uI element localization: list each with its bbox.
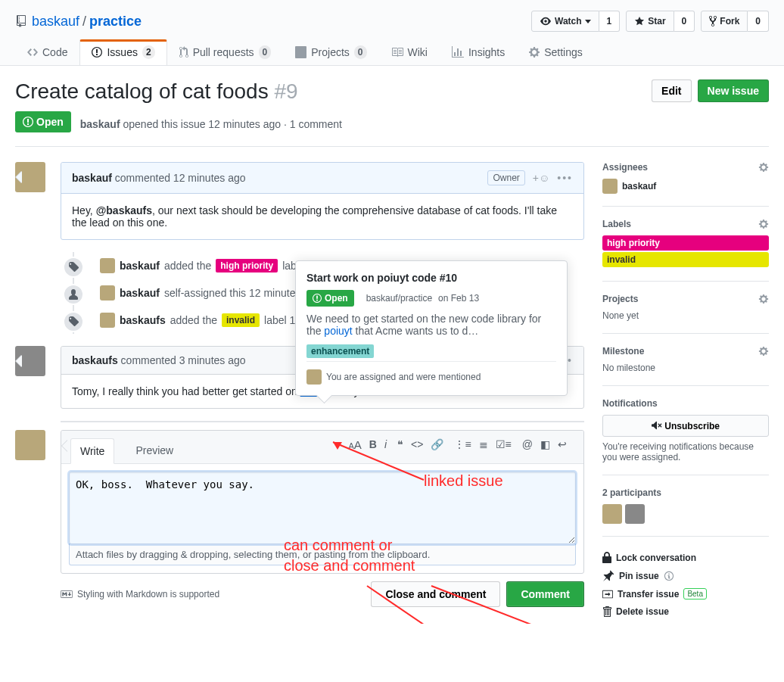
transfer-issue-link[interactable]: Transfer issue Beta (602, 585, 769, 603)
code-icon[interactable]: <> (411, 438, 423, 457)
repo-owner-link[interactable]: baskauf (32, 14, 79, 30)
assignee-user[interactable]: baskauf (602, 179, 769, 194)
tab-pull-requests[interactable]: Pull requests 0 (167, 39, 284, 65)
avatar[interactable] (100, 258, 115, 273)
lock-conversation-link[interactable]: Lock conversation (602, 549, 769, 567)
sidebar-milestone-title[interactable]: Milestone (602, 346, 644, 357)
person-icon (63, 284, 84, 305)
label-high-priority[interactable]: high priority (216, 259, 278, 272)
bulleted-list-icon[interactable]: ⋮≡ (454, 438, 471, 457)
numbered-list-icon[interactable]: ≣ (479, 438, 488, 457)
beta-badge: Beta (683, 588, 707, 599)
fork-count[interactable]: 0 (748, 11, 769, 32)
issue-open-icon (313, 293, 322, 304)
participant-avatar[interactable] (602, 504, 622, 524)
lock-icon (602, 552, 611, 564)
pin-issue-link[interactable]: Pin issue (602, 567, 769, 585)
label-invalid[interactable]: invalid (222, 313, 260, 327)
comment-author[interactable]: baskauf (72, 172, 112, 184)
issue-state-open: Open (15, 111, 71, 132)
owner-badge: Owner (487, 170, 524, 185)
tasklist-icon[interactable]: ☑≡ (496, 438, 512, 457)
tab-issues[interactable]: Issues 2 (79, 39, 166, 65)
book-icon (391, 46, 403, 58)
star-count[interactable]: 0 (674, 11, 695, 32)
gear-icon (529, 46, 540, 58)
markdown-icon (61, 590, 73, 599)
close-and-comment-button[interactable]: Close and comment (371, 581, 500, 607)
unsubscribe-button[interactable]: Unsubscribe (602, 415, 769, 437)
avatar[interactable] (15, 430, 45, 460)
hovercard-link[interactable]: poiuyt (324, 325, 352, 337)
markdown-toolbar: AA B i ❝ <> 🔗 ⋮≡ ≣ (341, 438, 574, 463)
tab-projects[interactable]: Projects 0 (283, 39, 378, 65)
text-size-icon[interactable]: AA (348, 438, 361, 457)
sidebar-labels-title[interactable]: Labels (602, 219, 631, 229)
add-reaction-icon[interactable]: +☺ (533, 172, 549, 184)
sidebar-participants-title: 2 participants (602, 487, 661, 498)
edit-button[interactable]: Edit (652, 79, 691, 102)
avatar[interactable] (100, 285, 115, 301)
kebab-icon[interactable]: ••• (557, 172, 573, 184)
gear-icon[interactable] (758, 219, 769, 229)
watch-count[interactable]: 1 (599, 11, 621, 32)
markdown-hint[interactable]: Styling with Markdown is supported (61, 589, 219, 599)
pulls-count: 0 (259, 45, 272, 59)
trash-icon (602, 606, 611, 618)
code-icon (27, 46, 38, 58)
info-icon[interactable] (664, 571, 674, 581)
mention-icon[interactable]: @ (522, 438, 533, 457)
fork-button[interactable]: Fork (701, 11, 748, 32)
gear-icon[interactable] (758, 162, 769, 173)
event-actor[interactable]: baskauf (120, 260, 160, 272)
fork-icon (709, 15, 717, 27)
tab-settings[interactable]: Settings (517, 39, 595, 65)
tab-wiki[interactable]: Wiki (379, 39, 440, 65)
issue-author[interactable]: baskauf (80, 118, 120, 130)
tab-preview[interactable]: Preview (126, 438, 182, 463)
bold-icon[interactable]: B (369, 438, 377, 457)
avatar[interactable] (100, 313, 115, 328)
star-icon (634, 16, 645, 26)
tab-insights[interactable]: Insights (440, 39, 517, 65)
comment-textarea[interactable] (69, 472, 576, 544)
sidebar-assignees-title[interactable]: Assignees (602, 162, 648, 173)
reply-icon[interactable]: ↩ (558, 438, 567, 457)
tag-icon (63, 257, 84, 278)
comment-author[interactable]: baskaufs (72, 354, 118, 366)
reference-icon[interactable]: ◧ (540, 438, 550, 457)
projects-count: 0 (354, 45, 367, 59)
repo-name-link[interactable]: practice (89, 14, 142, 30)
label-enhancement[interactable]: enhancement (306, 344, 374, 358)
repo-title: baskauf / practice (15, 14, 142, 30)
new-issue-button[interactable]: New issue (698, 79, 769, 102)
issue-open-icon (23, 116, 33, 128)
avatar (306, 369, 322, 385)
participant-avatar[interactable] (625, 504, 645, 524)
drag-drop-hint[interactable]: Attach files by dragging & dropping, sel… (69, 543, 576, 565)
issue-number: #9 (274, 79, 297, 103)
issue-title: Create catalog of cat foods #9 (15, 79, 298, 104)
pin-icon (602, 570, 614, 582)
star-button[interactable]: Star (626, 11, 674, 32)
sidebar-label-high-priority[interactable]: high priority (602, 235, 769, 251)
avatar (602, 179, 618, 194)
event-actor[interactable]: baskaufs (120, 314, 166, 326)
sidebar-projects-title[interactable]: Projects (602, 294, 638, 304)
gear-icon[interactable] (758, 346, 769, 357)
tab-code[interactable]: Code (15, 39, 79, 65)
comment-button[interactable]: Comment (506, 581, 584, 607)
tab-write[interactable]: Write (70, 438, 114, 464)
repo-nav: Code Issues 2 Pull requests 0 Projects 0… (0, 32, 784, 66)
event-actor[interactable]: baskauf (120, 287, 160, 299)
italic-icon[interactable]: i (384, 438, 387, 457)
link-icon[interactable]: 🔗 (431, 438, 443, 457)
hovercard-title[interactable]: Start work on poiuyt code (306, 272, 437, 284)
delete-issue-link[interactable]: Delete issue (602, 603, 769, 621)
caret-down-icon (585, 20, 591, 23)
gear-icon[interactable] (758, 294, 769, 304)
quote-icon[interactable]: ❝ (397, 438, 403, 457)
issue-meta: Open baskauf opened this issue 12 minute… (15, 111, 769, 147)
sidebar-label-invalid[interactable]: invalid (602, 252, 769, 267)
watch-button[interactable]: Watch (531, 11, 599, 32)
